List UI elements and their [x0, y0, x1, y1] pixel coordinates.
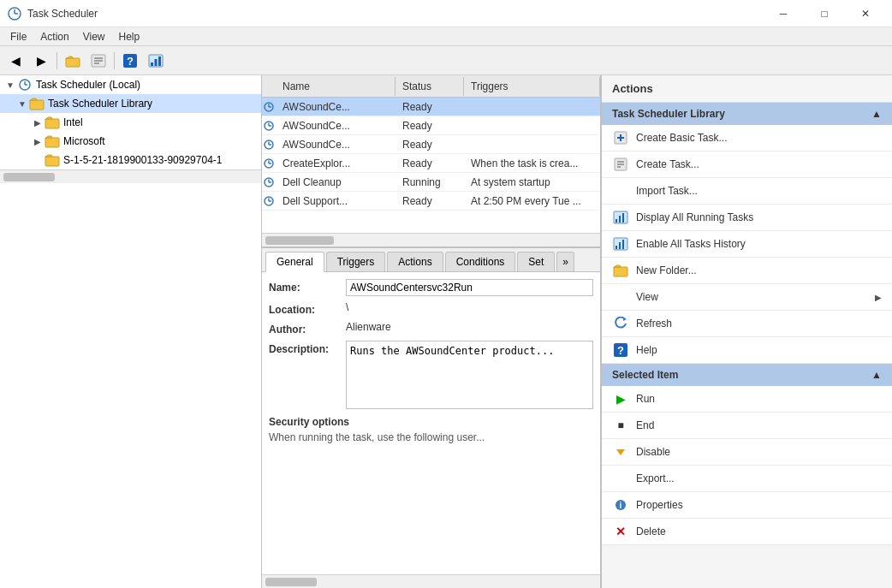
action-label: View — [636, 291, 658, 303]
action-end[interactable]: ■ End — [602, 413, 892, 439]
security-sub: When running the task, use the following… — [269, 431, 593, 443]
action-disable[interactable]: Disable — [602, 439, 892, 466]
action-label: Export... — [636, 472, 675, 484]
running-tasks-button[interactable] — [144, 50, 168, 72]
security-options-title: Security options — [269, 416, 593, 428]
action-label: New Folder... — [636, 264, 697, 276]
menu-view[interactable]: View — [76, 29, 112, 45]
menu-bar: File Action View Help — [0, 27, 892, 46]
tab-settings[interactable]: Set — [517, 252, 555, 271]
section-collapse-icon-2: ▲ — [871, 369, 882, 381]
task-row[interactable]: Dell Support... Ready At 2:50 PM every T… — [262, 192, 600, 211]
col-triggers[interactable]: Triggers — [464, 77, 600, 96]
action-view[interactable]: View ▶ — [602, 284, 892, 311]
name-label: Name: — [269, 279, 346, 294]
action-delete[interactable]: ✕ Delete — [602, 519, 892, 545]
svg-rect-3 — [66, 58, 80, 67]
refresh-icon — [612, 315, 629, 332]
author-label: Author: — [269, 321, 346, 336]
task-status: Running — [395, 175, 464, 190]
minimize-button[interactable]: ─ — [764, 0, 803, 27]
action-label: Help — [636, 344, 657, 356]
actions-title: Actions — [602, 75, 892, 103]
tree-horizontal-scroll[interactable] — [0, 169, 261, 183]
task-row[interactable]: CreateExplor... Ready When the task is c… — [262, 154, 600, 173]
forward-button[interactable]: ▶ — [29, 50, 53, 72]
detail-hscroll[interactable] — [262, 574, 600, 588]
task-row[interactable]: AWSoundCe... Ready — [262, 116, 600, 135]
task-name: AWSoundCe... — [276, 118, 395, 134]
menu-file[interactable]: File — [3, 29, 33, 45]
expand-icon[interactable]: ▶ — [31, 118, 45, 128]
main-layout: ▼ Task Scheduler (Local) ▼ Task Schedule… — [0, 75, 892, 588]
task-list-hscroll[interactable] — [262, 233, 600, 246]
action-export[interactable]: Export... — [602, 466, 892, 492]
svg-rect-19 — [45, 138, 59, 147]
col-name[interactable]: Name — [276, 77, 395, 96]
menu-help[interactable]: Help — [112, 29, 147, 45]
help-icon: ? — [612, 342, 629, 359]
tree-item-task-scheduler-local[interactable]: ▼ Task Scheduler (Local) — [0, 75, 261, 94]
show-tasks-button[interactable] — [86, 50, 110, 72]
name-input[interactable] — [346, 279, 593, 296]
tree-label: S-1-5-21-1819900133-90929704-1 — [63, 154, 222, 166]
svg-rect-54 — [614, 267, 627, 276]
action-run[interactable]: ▶ Run — [602, 386, 892, 413]
detail-location-row: Location: \ — [269, 301, 593, 316]
action-enable-history[interactable]: Enable All Tasks History — [602, 231, 892, 258]
end-icon: ■ — [612, 417, 629, 434]
tab-actions[interactable]: Actions — [387, 252, 443, 271]
task-row[interactable]: Dell Cleanup Running At system startup — [262, 173, 600, 192]
action-label: Delete — [636, 526, 666, 538]
menu-action[interactable]: Action — [33, 29, 75, 45]
section-header-library[interactable]: Task Scheduler Library ▲ — [602, 103, 892, 125]
folder-icon — [45, 134, 60, 149]
help-button[interactable]: ? — [118, 50, 142, 72]
tree-item-library[interactable]: ▼ Task Scheduler Library — [0, 94, 261, 113]
action-properties[interactable]: i Properties — [602, 492, 892, 519]
export-icon — [612, 470, 629, 487]
maximize-button[interactable]: □ — [805, 0, 844, 27]
tree-item-sid[interactable]: S-1-5-21-1819900133-90929704-1 — [0, 151, 261, 169]
svg-rect-20 — [45, 157, 59, 166]
back-button[interactable]: ◀ — [3, 50, 27, 72]
title-bar: Task Scheduler ─ □ ✕ — [0, 0, 892, 27]
task-row[interactable]: AWSoundCe... Ready — [262, 135, 600, 154]
author-value: Alienware — [346, 321, 593, 333]
detail-name-row: Name: — [269, 279, 593, 296]
tree-item-intel[interactable]: ▶ Intel — [0, 113, 261, 132]
tab-conditions[interactable]: Conditions — [445, 252, 516, 271]
close-button[interactable]: ✕ — [846, 0, 885, 27]
expand-icon[interactable]: ▼ — [3, 80, 17, 90]
task-name: Dell Support... — [276, 193, 395, 209]
svg-rect-49 — [622, 213, 624, 223]
col-status[interactable]: Status — [395, 77, 464, 96]
tree-item-microsoft[interactable]: ▶ Microsoft — [0, 132, 261, 151]
task-triggers — [464, 105, 600, 109]
location-label: Location: — [269, 301, 346, 316]
location-value: \ — [346, 301, 593, 313]
action-create-basic-task[interactable]: Create Basic Task... — [602, 125, 892, 151]
action-create-task[interactable]: Create Task... — [602, 151, 892, 178]
tab-triggers[interactable]: Triggers — [326, 252, 386, 271]
task-row[interactable]: AWSoundCe... Ready — [262, 98, 600, 116]
action-refresh[interactable]: Refresh — [602, 311, 892, 337]
expand-icon[interactable]: ▶ — [31, 137, 45, 146]
svg-rect-11 — [151, 62, 153, 66]
action-new-folder[interactable]: New Folder... — [602, 258, 892, 284]
actions-panel: Actions Task Scheduler Library ▲ Create … — [601, 75, 892, 588]
open-folder-button[interactable] — [61, 50, 85, 72]
arrow-icon: ▶ — [875, 293, 882, 302]
tab-more-button[interactable]: » — [556, 252, 574, 271]
action-display-running-tasks[interactable]: Display All Running Tasks — [602, 205, 892, 231]
properties-icon: i — [612, 496, 629, 514]
task-triggers: At system startup — [464, 175, 600, 190]
action-import-task[interactable]: Import Task... — [602, 178, 892, 205]
tab-general[interactable]: General — [265, 252, 324, 272]
expand-icon[interactable]: ▼ — [15, 99, 29, 109]
description-textarea[interactable]: Runs the AWSoundCenter product... — [346, 341, 593, 409]
import-task-icon — [612, 182, 629, 199]
section-header-selected[interactable]: Selected Item ▲ — [602, 364, 892, 386]
action-label: Enable All Tasks History — [636, 238, 746, 250]
action-help[interactable]: ? Help — [602, 337, 892, 364]
